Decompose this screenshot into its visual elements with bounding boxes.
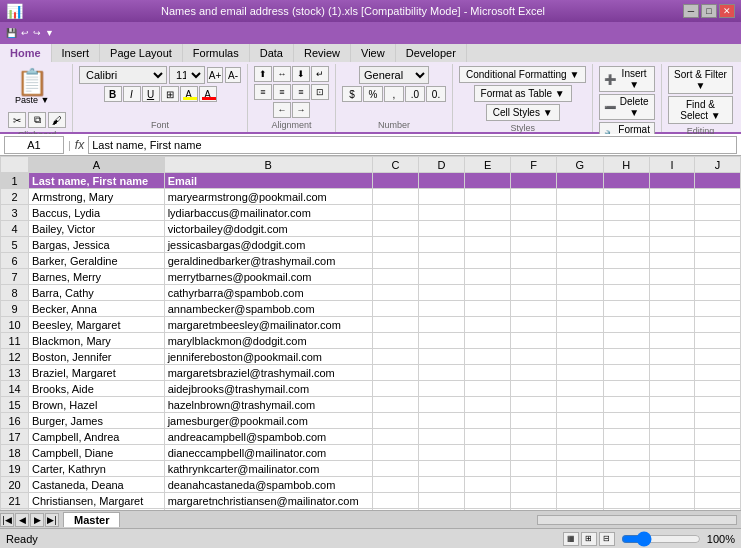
cell-g20[interactable] — [557, 477, 603, 493]
cell-f20[interactable] — [511, 477, 557, 493]
cell-f9[interactable] — [511, 301, 557, 317]
cell-h14[interactable] — [603, 381, 649, 397]
cell-h3[interactable] — [603, 205, 649, 221]
view-buttons[interactable]: ▦ ⊞ ⊟ — [563, 532, 615, 546]
decrease-decimal-button[interactable]: 0. — [426, 86, 446, 102]
font-grow-button[interactable]: A+ — [207, 67, 223, 83]
cell-j18[interactable] — [695, 445, 741, 461]
cell-d8[interactable] — [418, 285, 464, 301]
cell-a8[interactable]: Barra, Cathy — [29, 285, 165, 301]
cell-e16[interactable] — [465, 413, 511, 429]
cell-g3[interactable] — [557, 205, 603, 221]
cell-e10[interactable] — [465, 317, 511, 333]
cell-f12[interactable] — [511, 349, 557, 365]
maximize-button[interactable]: □ — [701, 4, 717, 18]
cell-a5[interactable]: Bargas, Jessica — [29, 237, 165, 253]
cell-i7[interactable] — [649, 269, 694, 285]
close-button[interactable]: ✕ — [719, 4, 735, 18]
cell-j2[interactable] — [695, 189, 741, 205]
col-header-j[interactable]: J — [695, 157, 741, 173]
col-header-b[interactable]: B — [164, 157, 372, 173]
cell-b9[interactable]: annambecker@spambob.com — [164, 301, 372, 317]
tab-formulas[interactable]: Formulas — [183, 44, 250, 62]
format-painter-button[interactable]: 🖌 — [48, 112, 66, 128]
cell-g10[interactable] — [557, 317, 603, 333]
cell-f21[interactable] — [511, 493, 557, 509]
cell-j5[interactable] — [695, 237, 741, 253]
col-header-i[interactable]: I — [649, 157, 694, 173]
cell-c4[interactable] — [372, 221, 418, 237]
cell-e18[interactable] — [465, 445, 511, 461]
cell-e5[interactable] — [465, 237, 511, 253]
cell-a21[interactable]: Christiansen, Margaret — [29, 493, 165, 509]
cell-c15[interactable] — [372, 397, 418, 413]
cell-h15[interactable] — [603, 397, 649, 413]
cell-g19[interactable] — [557, 461, 603, 477]
cell-b13[interactable]: margaretsbraziel@trashymail.com — [164, 365, 372, 381]
cell-j6[interactable] — [695, 253, 741, 269]
normal-view-button[interactable]: ▦ — [563, 532, 579, 546]
cell-e20[interactable] — [465, 477, 511, 493]
cell-j1[interactable] — [695, 173, 741, 189]
col-header-f[interactable]: F — [511, 157, 557, 173]
cell-b3[interactable]: lydiarbaccus@mailinator.com — [164, 205, 372, 221]
tab-view[interactable]: View — [351, 44, 396, 62]
cell-h16[interactable] — [603, 413, 649, 429]
cell-g7[interactable] — [557, 269, 603, 285]
cell-i1[interactable] — [649, 173, 694, 189]
insert-cells-button[interactable]: ➕ Insert ▼ — [599, 66, 655, 92]
cell-h21[interactable] — [603, 493, 649, 509]
cell-b20[interactable]: deanahcastaneda@spambob.com — [164, 477, 372, 493]
format-as-table-button[interactable]: Format as Table ▼ — [474, 85, 572, 102]
cell-e6[interactable] — [465, 253, 511, 269]
cell-i16[interactable] — [649, 413, 694, 429]
cell-e7[interactable] — [465, 269, 511, 285]
cell-g1[interactable] — [557, 173, 603, 189]
cell-g21[interactable] — [557, 493, 603, 509]
cell-b16[interactable]: jamesburger@pookmail.com — [164, 413, 372, 429]
cell-d16[interactable] — [418, 413, 464, 429]
cell-h5[interactable] — [603, 237, 649, 253]
cell-d10[interactable] — [418, 317, 464, 333]
cell-i14[interactable] — [649, 381, 694, 397]
cell-b10[interactable]: margaretmbeesley@mailinator.com — [164, 317, 372, 333]
cell-j8[interactable] — [695, 285, 741, 301]
cell-d9[interactable] — [418, 301, 464, 317]
cell-d15[interactable] — [418, 397, 464, 413]
cell-e3[interactable] — [465, 205, 511, 221]
cell-g15[interactable] — [557, 397, 603, 413]
number-format-select[interactable]: General — [359, 66, 429, 84]
cell-j4[interactable] — [695, 221, 741, 237]
cell-j12[interactable] — [695, 349, 741, 365]
cell-b17[interactable]: andreacampbell@spambob.com — [164, 429, 372, 445]
cell-e12[interactable] — [465, 349, 511, 365]
sheet-last-button[interactable]: ▶| — [45, 513, 59, 527]
cell-e8[interactable] — [465, 285, 511, 301]
cell-d5[interactable] — [418, 237, 464, 253]
cell-d6[interactable] — [418, 253, 464, 269]
cell-j16[interactable] — [695, 413, 741, 429]
font-shrink-button[interactable]: A- — [225, 67, 241, 83]
col-header-c[interactable]: C — [372, 157, 418, 173]
cell-c8[interactable] — [372, 285, 418, 301]
font-name-select[interactable]: Calibri — [79, 66, 167, 84]
align-right-button[interactable]: ≡ — [292, 84, 310, 100]
cell-e11[interactable] — [465, 333, 511, 349]
cell-g12[interactable] — [557, 349, 603, 365]
cell-c9[interactable] — [372, 301, 418, 317]
cell-d3[interactable] — [418, 205, 464, 221]
cell-e1[interactable] — [465, 173, 511, 189]
cell-f1[interactable] — [511, 173, 557, 189]
cell-a13[interactable]: Braziel, Margaret — [29, 365, 165, 381]
cell-j13[interactable] — [695, 365, 741, 381]
cell-styles-button[interactable]: Cell Styles ▼ — [486, 104, 560, 121]
cell-i2[interactable] — [649, 189, 694, 205]
cell-d12[interactable] — [418, 349, 464, 365]
cell-g16[interactable] — [557, 413, 603, 429]
cell-e2[interactable] — [465, 189, 511, 205]
cell-i3[interactable] — [649, 205, 694, 221]
tab-page-layout[interactable]: Page Layout — [100, 44, 183, 62]
cell-j3[interactable] — [695, 205, 741, 221]
copy-button[interactable]: ⧉ — [28, 112, 46, 128]
cell-a14[interactable]: Brooks, Aide — [29, 381, 165, 397]
